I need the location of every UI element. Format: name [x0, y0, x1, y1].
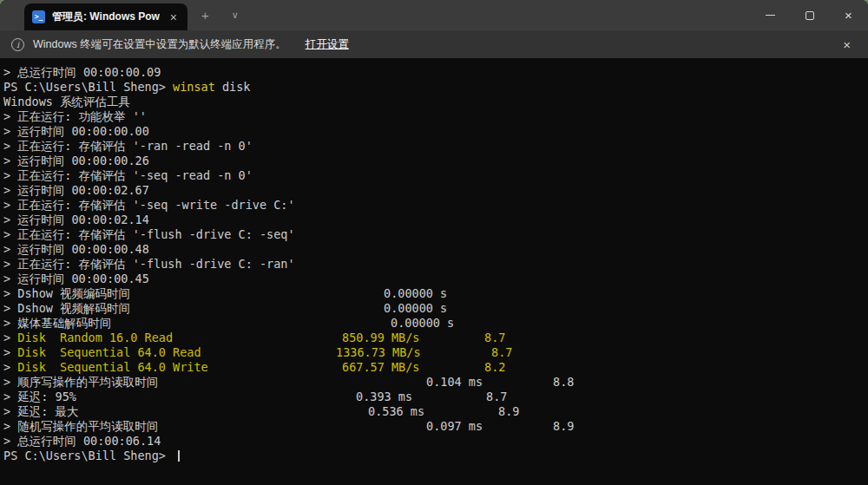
terminal-line: > 正在运行: 存储评估 '-flush -drive C: -ran' — [3, 257, 868, 272]
terminal-line: > Disk Random 16.0 Read850.99 MB/s8.7 — [3, 331, 868, 345]
powershell-icon: >_ — [32, 10, 45, 23]
close-button[interactable]: × — [829, 0, 868, 30]
close-icon: × — [845, 8, 852, 23]
titlebar-drag-region — [247, 0, 751, 30]
terminal-line: > Disk Sequential 64.0 Write667.57 MB/s8… — [3, 360, 868, 375]
terminal-line: > 运行时间 00:00:00.48 — [3, 242, 868, 257]
terminal-line: > 正在运行: 存储评估 '-ran -read -n 0' — [3, 139, 868, 154]
terminal-line: > 总运行时间 00:00:06.14 — [3, 434, 868, 449]
terminal-line: > 运行时间 00:00:00.45 — [3, 272, 868, 286]
tab-dropdown-button[interactable]: ∨ — [223, 8, 247, 23]
terminal-line: > 正在运行: 功能枚举 '' — [3, 109, 868, 124]
terminal-line: > 运行时间 00:00:00.00 — [3, 124, 868, 139]
terminal-line: > 顺序写操作的平均读取时间0.104 ms8.8 — [3, 375, 868, 390]
terminal-line: > Disk Sequential 64.0 Read1336.73 MB/s8… — [3, 345, 868, 360]
minimize-icon — [766, 15, 775, 16]
terminal-line: > 运行时间 00:00:00.26 — [3, 154, 868, 168]
terminal-line: > 媒体基础解码时间0.00000 s — [3, 316, 868, 331]
maximize-icon — [806, 11, 814, 20]
terminal-line: > 随机写操作的平均读取时间0.097 ms8.9 — [3, 419, 868, 434]
terminal-line: > 延迟: 95%0.393 ms8.7 — [3, 390, 868, 404]
title-bar: >_ 管理员: Windows PowerShell × + ∨ × — [0, 0, 868, 30]
terminal-line: Windows 系统评估工具 — [3, 95, 868, 109]
terminal-line: > 正在运行: 存储评估 '-seq -write -drive C:' — [3, 198, 868, 213]
info-icon: i — [11, 38, 24, 51]
banner-text: Windows 终端可在设置中设置为默认终端应用程序。 — [33, 37, 286, 52]
terminal-line: > Dshow 视频解码时间0.00000 s — [3, 301, 868, 316]
default-terminal-banner: i Windows 终端可在设置中设置为默认终端应用程序。 打开设置 × — [0, 30, 868, 58]
terminal-line: > 总运行时间 00:00:00.09 — [3, 65, 868, 80]
terminal-line: > 正在运行: 存储评估 '-flush -drive C: -seq' — [3, 227, 868, 242]
terminal-window: >_ 管理员: Windows PowerShell × + ∨ × i Win… — [0, 0, 868, 485]
terminal-line: > 运行时间 00:00:02.67 — [3, 183, 868, 198]
new-tab-button[interactable]: + — [193, 6, 218, 24]
tab-powershell[interactable]: >_ 管理员: Windows PowerShell × — [24, 3, 187, 30]
terminal-line: > Dshow 视频编码时间0.00000 s — [3, 286, 868, 301]
terminal-line: > 运行时间 00:00:02.14 — [3, 213, 868, 227]
maximize-button[interactable] — [790, 0, 829, 30]
terminal-output[interactable]: > 总运行时间 00:00:00.09PS C:\Users\Bill Shen… — [0, 58, 868, 485]
open-settings-link[interactable]: 打开设置 — [306, 37, 349, 52]
minimize-button[interactable] — [751, 0, 790, 30]
tab-close-icon[interactable]: × — [167, 10, 181, 24]
terminal-line: PS C:\Users\Bill Sheng> — [3, 449, 868, 463]
terminal-line: > 正在运行: 存储评估 '-seq -read -n 0' — [3, 168, 868, 183]
banner-close-icon[interactable]: × — [838, 36, 856, 54]
terminal-line: > 延迟: 最大0.536 ms8.9 — [3, 404, 868, 419]
tab-title: 管理员: Windows PowerShell — [52, 10, 160, 24]
prompt-cursor — [178, 450, 180, 462]
terminal-line: PS C:\Users\Bill Sheng> winsat disk — [3, 80, 868, 95]
